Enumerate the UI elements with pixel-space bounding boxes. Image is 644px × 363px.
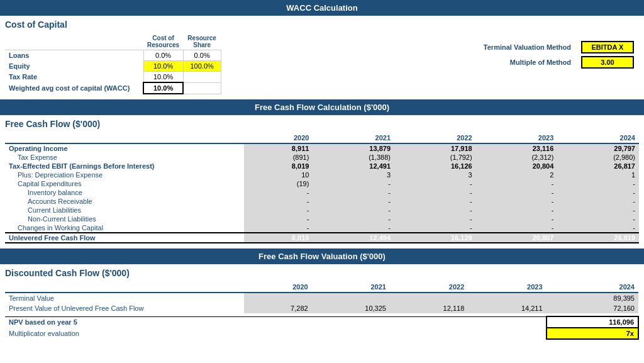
fcf-header-title: Free Cash Flow Calculation ($'000) [255,103,389,112]
table-row-total: Unlevered Free Cash Flow 8,010 12,494 16… [5,233,639,243]
terminal-table: Terminal Valuation Method EBITDA X Multi… [479,40,639,70]
table-row-mult: Multiplicator evaluation 7x [5,328,638,339]
fcf-header: Free Cash Flow Calculation ($'000) [0,99,644,115]
dcf-year-2022: 2022 [390,282,468,293]
dcf-year-2023: 2023 [468,282,546,293]
fcf-title: Free Cash Flow ($'000) [0,115,644,130]
dcf-year-2024: 2024 [547,282,638,293]
fcf-year-2021: 2021 [313,133,394,143]
table-row: Plus: Depreciation Expense 10 3 3 2 1 [5,170,639,179]
dcf-header: Free Cash Flow Valuation ($'000) [0,249,644,264]
fcf-label-header [5,133,244,143]
dcf-title: Discounted Cash Flow ($'000) [0,264,644,279]
wacc-section: Cost of Capital Cost ofResources Resourc… [0,16,644,99]
table-row-npv: NPV based on year 5 116,096 [5,316,638,328]
table-row: Accounts Receivable - - - - - [5,197,639,206]
wacc-title: Cost of Capital [0,16,644,31]
fcf-table: 2020 2021 2022 2023 2024 Operating Incom… [5,133,639,243]
fcf-year-2022: 2022 [394,133,476,143]
table-row: Terminal Value 89,395 [5,293,638,303]
wacc-row-loans: Loans 0.0% 0.0% [5,50,221,61]
dcf-section: Discounted Cash Flow ($'000) 2020 2021 2… [0,264,644,345]
wacc-row-equity: Equity 10.0% 100.0% [5,61,221,72]
multiple-method-value[interactable]: 3.00 [581,56,634,69]
wacc-col-cost: Cost ofResources [143,33,183,50]
fcf-year-2020: 2020 [244,133,313,143]
dcf-year-2020: 2020 [244,282,312,293]
table-row: Tax-Effected EBIT (Earnings Before Inter… [5,162,639,170]
fcf-year-2024: 2024 [557,133,639,143]
table-row: Operating Income 8,911 13,879 17,918 23,… [5,143,639,153]
dcf-label-header [5,282,244,293]
dcf-table: 2020 2021 2022 2023 2024 Terminal Value … [5,282,639,340]
dcf-header-title: Free Cash Flow Valuation ($'000) [258,252,386,261]
fcf-section: Free Cash Flow ($'000) 2020 2021 2022 20… [0,115,644,249]
terminal-method-row: Terminal Valuation Method EBITDA X [479,40,639,55]
table-row: Current Liabilities - - - - - [5,206,639,215]
terminal-method-value[interactable]: EBITDA X [581,41,634,53]
table-row: Inventory balance - - - - - [5,188,639,197]
main-title: WACC Calculation [286,3,357,13]
wacc-table: Cost ofResources ResourceShare Loans 0.0… [5,33,221,94]
fcf-year-2023: 2023 [476,133,558,143]
wacc-row-tax: Tax Rate 10.0% [5,72,221,83]
main-header: WACC Calculation [0,0,644,16]
dcf-year-2021: 2021 [312,282,390,293]
wacc-row-wacc: Weighted avg cost of capital (WACC) 10.0… [5,82,221,94]
wacc-col-share: ResourceShare [183,33,221,50]
table-row: Changes in Working Capital - - - - - [5,223,639,233]
table-row: Present Value of Unlevered Free Cash Flo… [5,303,638,313]
multiple-method-row: Multiple of Method 3.00 [479,55,639,70]
table-row: Non-Current Liabilities - - - - - [5,215,639,223]
wacc-col-label [5,33,143,50]
table-row: Tax Expense (891) (1,388) (1,792) (2,312… [5,153,639,162]
table-row: Capital Expenditures (19) - - - - [5,179,639,188]
